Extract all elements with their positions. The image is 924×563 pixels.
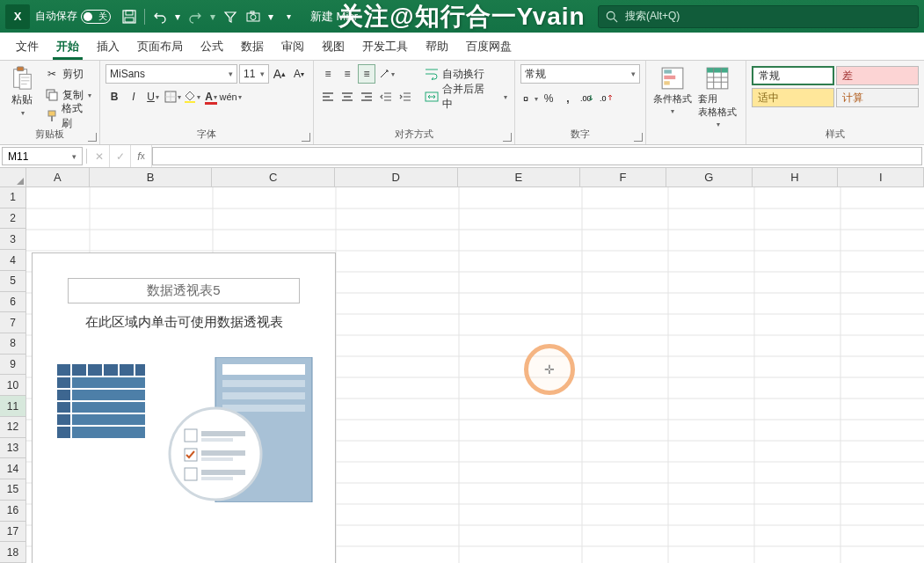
- col-header-B[interactable]: B: [90, 168, 213, 187]
- decrease-font-icon[interactable]: A▾: [290, 64, 308, 84]
- name-box[interactable]: M11▾: [2, 147, 83, 165]
- wrap-text-button[interactable]: 自动换行: [423, 64, 509, 84]
- style-neutral[interactable]: 适中: [752, 88, 834, 107]
- row-header-15[interactable]: 15: [0, 479, 26, 501]
- align-right-icon[interactable]: [358, 87, 375, 106]
- undo-icon[interactable]: [149, 6, 171, 27]
- number-format-combo[interactable]: 常规▾: [520, 64, 640, 84]
- align-center-icon[interactable]: [338, 87, 356, 106]
- row-header-18[interactable]: 18: [0, 542, 26, 563]
- row-header-12[interactable]: 12: [0, 417, 26, 438]
- tab-页面布局[interactable]: 页面布局: [128, 33, 192, 60]
- align-top-icon[interactable]: ≡: [319, 64, 337, 84]
- increase-font-icon[interactable]: A▴: [271, 64, 288, 84]
- filter-icon[interactable]: [220, 6, 241, 27]
- border-button[interactable]: ▾: [164, 87, 181, 106]
- row-header-14[interactable]: 14: [0, 458, 26, 479]
- row-header-16[interactable]: 16: [0, 501, 26, 522]
- clipboard-launcher-icon[interactable]: [88, 133, 97, 142]
- tab-视图[interactable]: 视图: [313, 33, 353, 60]
- col-header-C[interactable]: C: [212, 168, 335, 187]
- cancel-formula-icon[interactable]: ✕: [89, 145, 110, 167]
- fx-icon[interactable]: fx: [131, 145, 152, 167]
- align-bottom-icon[interactable]: ≡: [358, 64, 375, 84]
- decrease-indent-icon[interactable]: [377, 87, 395, 106]
- comma-icon[interactable]: ,: [559, 89, 577, 108]
- bold-button[interactable]: B: [105, 87, 123, 106]
- save-icon[interactable]: [119, 6, 140, 27]
- qat-customize-icon[interactable]: ▾: [278, 6, 299, 27]
- col-header-A[interactable]: A: [26, 168, 90, 187]
- alignment-launcher-icon[interactable]: [503, 133, 512, 142]
- row-header-11[interactable]: 11: [0, 396, 26, 417]
- row-header-4[interactable]: 4: [0, 250, 26, 271]
- tab-数据[interactable]: 数据: [232, 33, 273, 60]
- column-headers[interactable]: ABCDEFGHI: [26, 168, 924, 187]
- format-as-table-button[interactable]: 套用 表格格式▾: [695, 64, 740, 130]
- undo-dropdown-icon[interactable]: ▾: [172, 6, 183, 27]
- merge-center-button[interactable]: 合并后居中▾: [423, 87, 509, 106]
- tab-文件[interactable]: 文件: [7, 33, 47, 60]
- search-input[interactable]: 搜索(Alt+Q): [598, 5, 919, 28]
- number-launcher-icon[interactable]: [634, 133, 643, 142]
- col-header-D[interactable]: D: [335, 168, 458, 187]
- row-header-5[interactable]: 5: [0, 271, 26, 292]
- col-header-I[interactable]: I: [838, 168, 924, 187]
- autosave[interactable]: 自动保存 关: [35, 9, 111, 24]
- tab-帮助[interactable]: 帮助: [417, 33, 457, 60]
- row-headers[interactable]: 123456789101112131415161718: [0, 187, 26, 563]
- currency-icon[interactable]: ¤▾: [520, 89, 538, 108]
- redo-icon[interactable]: [185, 6, 206, 27]
- row-header-2[interactable]: 2: [0, 208, 26, 230]
- tab-开始[interactable]: 开始: [47, 33, 88, 60]
- increase-indent-icon[interactable]: [397, 87, 414, 106]
- conditional-format-button[interactable]: 条件格式▾: [651, 64, 694, 117]
- tab-审阅[interactable]: 审阅: [273, 33, 313, 60]
- phonetic-button[interactable]: wén▾: [222, 87, 239, 106]
- align-left-icon[interactable]: [319, 87, 337, 106]
- camera-dropdown-icon[interactable]: ▾: [266, 6, 276, 27]
- tab-插入[interactable]: 插入: [88, 33, 128, 60]
- align-middle-icon[interactable]: ≡: [338, 64, 356, 84]
- style-bad[interactable]: 差: [836, 66, 919, 85]
- col-header-H[interactable]: H: [753, 168, 839, 187]
- orientation-icon[interactable]: ▾: [377, 64, 395, 84]
- col-header-E[interactable]: E: [458, 168, 581, 187]
- italic-button[interactable]: I: [125, 87, 142, 106]
- camera-icon[interactable]: [243, 6, 264, 27]
- format-painter-button[interactable]: 格式刷: [43, 106, 94, 126]
- style-normal[interactable]: 常规: [752, 66, 834, 85]
- decrease-decimal-icon[interactable]: .0: [598, 89, 615, 108]
- style-calc[interactable]: 计算: [836, 88, 919, 107]
- row-header-13[interactable]: 13: [0, 438, 26, 459]
- row-header-9[interactable]: 9: [0, 355, 26, 376]
- accept-formula-icon[interactable]: ✓: [110, 145, 131, 167]
- col-header-F[interactable]: F: [580, 168, 666, 187]
- row-header-6[interactable]: 6: [0, 292, 26, 313]
- formula-input[interactable]: [152, 147, 922, 165]
- increase-decimal-icon[interactable]: .00: [578, 89, 596, 108]
- row-header-1[interactable]: 1: [0, 187, 26, 208]
- pivot-placeholder[interactable]: 数据透视表5 在此区域内单击可使用数据透视表: [32, 252, 336, 563]
- row-header-8[interactable]: 8: [0, 333, 26, 355]
- cut-button[interactable]: ✂剪切: [43, 64, 94, 84]
- fill-color-button[interactable]: ▾: [183, 87, 200, 106]
- redo-dropdown-icon[interactable]: ▾: [207, 6, 218, 27]
- underline-button[interactable]: U▾: [144, 87, 162, 106]
- row-header-17[interactable]: 17: [0, 522, 26, 543]
- font-name-combo[interactable]: MiSans▾: [105, 64, 237, 84]
- col-header-G[interactable]: G: [666, 168, 753, 187]
- worksheet-grid[interactable]: ABCDEFGHI 123456789101112131415161718 数据…: [0, 168, 924, 563]
- font-size-combo[interactable]: 11▾: [239, 64, 269, 84]
- autosave-toggle[interactable]: 关: [81, 10, 111, 24]
- row-header-3[interactable]: 3: [0, 229, 26, 250]
- font-color-button[interactable]: A▾: [202, 87, 220, 106]
- row-header-10[interactable]: 10: [0, 375, 26, 396]
- paste-button[interactable]: 粘贴 ▾: [5, 64, 40, 119]
- font-launcher-icon[interactable]: [302, 133, 310, 142]
- tab-公式[interactable]: 公式: [192, 33, 232, 60]
- tab-百度网盘[interactable]: 百度网盘: [457, 33, 520, 60]
- row-header-7[interactable]: 7: [0, 312, 26, 333]
- percent-icon[interactable]: %: [540, 89, 557, 108]
- select-all-corner[interactable]: [0, 168, 26, 187]
